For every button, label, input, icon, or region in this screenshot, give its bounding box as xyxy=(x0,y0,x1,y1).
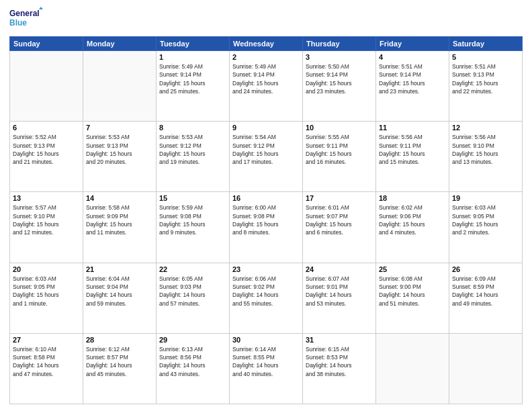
day-info: Sunrise: 5:54 AM Sunset: 9:12 PM Dayligh… xyxy=(232,133,300,166)
day-info: Sunrise: 5:56 AM Sunset: 9:11 PM Dayligh… xyxy=(379,133,446,166)
day-number: 28 xyxy=(86,336,153,344)
weekday-header-tuesday: Tuesday xyxy=(157,37,230,51)
week-row-1: 1Sunrise: 5:49 AM Sunset: 9:14 PM Daylig… xyxy=(10,51,523,122)
day-number: 14 xyxy=(86,194,153,202)
calendar-cell: 3Sunrise: 5:50 AM Sunset: 9:14 PM Daylig… xyxy=(303,51,376,122)
day-info: Sunrise: 5:55 AM Sunset: 9:11 PM Dayligh… xyxy=(306,133,373,166)
calendar-cell xyxy=(83,51,157,122)
day-info: Sunrise: 6:08 AM Sunset: 9:00 PM Dayligh… xyxy=(379,275,446,308)
header: General Blue xyxy=(9,7,523,31)
week-row-2: 6Sunrise: 5:52 AM Sunset: 9:13 PM Daylig… xyxy=(10,122,523,192)
weekday-header-thursday: Thursday xyxy=(303,37,376,51)
day-info: Sunrise: 5:51 AM Sunset: 9:13 PM Dayligh… xyxy=(452,62,519,95)
day-number: 26 xyxy=(452,265,519,273)
calendar-cell: 25Sunrise: 6:08 AM Sunset: 9:00 PM Dayli… xyxy=(376,263,449,333)
svg-text:Blue: Blue xyxy=(9,18,27,28)
calendar-cell: 28Sunrise: 6:12 AM Sunset: 8:57 PM Dayli… xyxy=(83,333,157,404)
day-number: 16 xyxy=(232,194,300,202)
calendar-cell: 5Sunrise: 5:51 AM Sunset: 9:13 PM Daylig… xyxy=(449,51,523,122)
calendar-cell: 2Sunrise: 5:49 AM Sunset: 9:14 PM Daylig… xyxy=(230,51,303,122)
day-info: Sunrise: 6:12 AM Sunset: 8:57 PM Dayligh… xyxy=(86,345,153,378)
day-number: 30 xyxy=(232,336,300,344)
calendar-cell: 30Sunrise: 6:14 AM Sunset: 8:55 PM Dayli… xyxy=(230,333,303,404)
calendar-cell xyxy=(10,51,83,122)
day-info: Sunrise: 5:58 AM Sunset: 9:09 PM Dayligh… xyxy=(86,203,153,236)
day-info: Sunrise: 6:13 AM Sunset: 8:56 PM Dayligh… xyxy=(159,345,226,378)
svg-text:General: General xyxy=(9,9,40,18)
calendar-cell: 19Sunrise: 6:03 AM Sunset: 9:05 PM Dayli… xyxy=(449,192,523,263)
day-number: 20 xyxy=(13,265,80,273)
day-info: Sunrise: 5:50 AM Sunset: 9:14 PM Dayligh… xyxy=(306,62,373,95)
week-row-4: 20Sunrise: 6:03 AM Sunset: 9:05 PM Dayli… xyxy=(10,263,523,333)
svg-marker-2 xyxy=(39,7,43,9)
day-number: 22 xyxy=(159,265,226,273)
day-info: Sunrise: 6:05 AM Sunset: 9:03 PM Dayligh… xyxy=(159,275,226,308)
day-number: 5 xyxy=(452,53,519,61)
day-number: 17 xyxy=(306,194,373,202)
week-row-5: 27Sunrise: 6:10 AM Sunset: 8:58 PM Dayli… xyxy=(10,333,523,404)
calendar-cell: 7Sunrise: 5:53 AM Sunset: 9:13 PM Daylig… xyxy=(83,122,157,192)
day-info: Sunrise: 5:53 AM Sunset: 9:12 PM Dayligh… xyxy=(159,133,226,166)
logo-svg: General Blue xyxy=(9,7,43,31)
day-number: 10 xyxy=(306,124,373,132)
day-number: 7 xyxy=(86,124,153,132)
calendar-cell xyxy=(376,333,449,404)
day-info: Sunrise: 6:09 AM Sunset: 8:59 PM Dayligh… xyxy=(452,275,519,308)
logo: General Blue xyxy=(9,7,43,31)
day-number: 2 xyxy=(232,53,300,61)
day-info: Sunrise: 5:49 AM Sunset: 9:14 PM Dayligh… xyxy=(159,62,226,95)
day-info: Sunrise: 6:14 AM Sunset: 8:55 PM Dayligh… xyxy=(232,345,300,378)
day-number: 21 xyxy=(86,265,153,273)
weekday-header-friday: Friday xyxy=(376,37,449,51)
day-number: 31 xyxy=(306,336,373,344)
calendar-cell: 15Sunrise: 5:59 AM Sunset: 9:08 PM Dayli… xyxy=(157,192,230,263)
day-info: Sunrise: 5:59 AM Sunset: 9:08 PM Dayligh… xyxy=(159,203,226,236)
day-info: Sunrise: 6:04 AM Sunset: 9:04 PM Dayligh… xyxy=(86,275,153,308)
calendar-cell: 20Sunrise: 6:03 AM Sunset: 9:05 PM Dayli… xyxy=(10,263,83,333)
weekday-header-monday: Monday xyxy=(83,37,157,51)
calendar-cell: 1Sunrise: 5:49 AM Sunset: 9:14 PM Daylig… xyxy=(157,51,230,122)
weekday-header-wednesday: Wednesday xyxy=(230,37,303,51)
day-info: Sunrise: 6:10 AM Sunset: 8:58 PM Dayligh… xyxy=(13,345,80,378)
day-info: Sunrise: 5:49 AM Sunset: 9:14 PM Dayligh… xyxy=(232,62,300,95)
calendar-cell: 10Sunrise: 5:55 AM Sunset: 9:11 PM Dayli… xyxy=(303,122,376,192)
day-number: 19 xyxy=(452,194,519,202)
day-info: Sunrise: 6:15 AM Sunset: 8:53 PM Dayligh… xyxy=(306,345,373,378)
main-container: General Blue SundayMondayTuesdayWednesda… xyxy=(0,0,532,411)
day-info: Sunrise: 6:02 AM Sunset: 9:06 PM Dayligh… xyxy=(379,203,446,236)
day-number: 8 xyxy=(159,124,226,132)
day-number: 23 xyxy=(232,265,300,273)
day-number: 15 xyxy=(159,194,226,202)
calendar-cell: 24Sunrise: 6:07 AM Sunset: 9:01 PM Dayli… xyxy=(303,263,376,333)
calendar-cell: 6Sunrise: 5:52 AM Sunset: 9:13 PM Daylig… xyxy=(10,122,83,192)
weekday-header-sunday: Sunday xyxy=(10,37,83,51)
day-number: 29 xyxy=(159,336,226,344)
calendar-cell: 14Sunrise: 5:58 AM Sunset: 9:09 PM Dayli… xyxy=(83,192,157,263)
day-number: 1 xyxy=(159,53,226,61)
day-info: Sunrise: 5:51 AM Sunset: 9:14 PM Dayligh… xyxy=(379,62,446,95)
day-info: Sunrise: 5:53 AM Sunset: 9:13 PM Dayligh… xyxy=(86,133,153,166)
calendar-cell: 9Sunrise: 5:54 AM Sunset: 9:12 PM Daylig… xyxy=(230,122,303,192)
calendar-cell: 11Sunrise: 5:56 AM Sunset: 9:11 PM Dayli… xyxy=(376,122,449,192)
calendar-table: SundayMondayTuesdayWednesdayThursdayFrid… xyxy=(9,36,523,404)
calendar-cell: 23Sunrise: 6:06 AM Sunset: 9:02 PM Dayli… xyxy=(230,263,303,333)
day-number: 25 xyxy=(379,265,446,273)
weekday-header-row: SundayMondayTuesdayWednesdayThursdayFrid… xyxy=(10,37,523,51)
day-info: Sunrise: 5:56 AM Sunset: 9:10 PM Dayligh… xyxy=(452,133,519,166)
calendar-cell: 29Sunrise: 6:13 AM Sunset: 8:56 PM Dayli… xyxy=(157,333,230,404)
calendar-cell: 27Sunrise: 6:10 AM Sunset: 8:58 PM Dayli… xyxy=(10,333,83,404)
day-number: 4 xyxy=(379,53,446,61)
day-info: Sunrise: 6:07 AM Sunset: 9:01 PM Dayligh… xyxy=(306,275,373,308)
calendar-cell: 26Sunrise: 6:09 AM Sunset: 8:59 PM Dayli… xyxy=(449,263,523,333)
calendar-cell: 18Sunrise: 6:02 AM Sunset: 9:06 PM Dayli… xyxy=(376,192,449,263)
day-number: 18 xyxy=(379,194,446,202)
calendar-cell: 21Sunrise: 6:04 AM Sunset: 9:04 PM Dayli… xyxy=(83,263,157,333)
calendar-cell: 17Sunrise: 6:01 AM Sunset: 9:07 PM Dayli… xyxy=(303,192,376,263)
day-info: Sunrise: 6:06 AM Sunset: 9:02 PM Dayligh… xyxy=(232,275,300,308)
day-info: Sunrise: 6:00 AM Sunset: 9:08 PM Dayligh… xyxy=(232,203,300,236)
day-number: 13 xyxy=(13,194,80,202)
day-info: Sunrise: 6:03 AM Sunset: 9:05 PM Dayligh… xyxy=(13,275,80,308)
day-number: 11 xyxy=(379,124,446,132)
calendar-cell: 31Sunrise: 6:15 AM Sunset: 8:53 PM Dayli… xyxy=(303,333,376,404)
day-number: 27 xyxy=(13,336,80,344)
